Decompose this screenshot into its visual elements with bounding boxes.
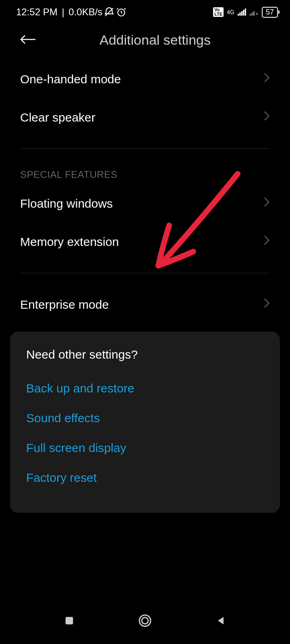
network-label: 4G bbox=[227, 9, 234, 15]
battery-icon: 57 bbox=[262, 7, 278, 18]
chevron-right-icon bbox=[263, 297, 270, 312]
setting-label: Memory extension bbox=[20, 235, 119, 249]
svg-point-12 bbox=[139, 615, 151, 626]
nav-home-button[interactable] bbox=[138, 613, 152, 628]
chevron-right-icon bbox=[263, 72, 270, 86]
battery-level: 57 bbox=[266, 8, 274, 16]
volte-icon: VoLTE bbox=[213, 7, 224, 17]
setting-label: Enterprise mode bbox=[20, 298, 109, 312]
chevron-right-icon bbox=[263, 110, 270, 124]
setting-one-handed-mode[interactable]: One-handed mode bbox=[0, 60, 290, 98]
chevron-right-icon bbox=[263, 196, 270, 211]
page-title: Additional settings bbox=[56, 32, 254, 48]
setting-label: Floating windows bbox=[20, 197, 113, 211]
svg-rect-11 bbox=[66, 617, 73, 625]
nav-recent-button[interactable] bbox=[64, 615, 75, 626]
setting-label: Clear speaker bbox=[20, 111, 95, 124]
divider bbox=[20, 273, 270, 273]
suggestion-factory-reset[interactable]: Factory reset bbox=[26, 463, 264, 493]
header: Additional settings bbox=[0, 24, 290, 60]
status-bar: 12:52 PM | 0.0KB/s VoLTE 4G bbox=[0, 0, 290, 24]
suggestion-full-screen-display[interactable]: Full screen display bbox=[26, 433, 264, 463]
settings-list: One-handed mode Clear speaker SPECIAL FE… bbox=[0, 60, 290, 324]
status-data-rate: 0.0KB/s bbox=[68, 6, 102, 18]
suggestions-title: Need other settings? bbox=[26, 348, 264, 361]
signal-icon-2 bbox=[250, 8, 259, 16]
setting-memory-extension[interactable]: Memory extension bbox=[0, 223, 290, 261]
silent-icon bbox=[104, 7, 114, 17]
divider bbox=[20, 149, 270, 149]
nav-back-button[interactable] bbox=[215, 615, 226, 626]
back-button[interactable] bbox=[20, 34, 36, 47]
svg-rect-6 bbox=[245, 8, 246, 16]
svg-rect-5 bbox=[243, 10, 244, 16]
setting-clear-speaker[interactable]: Clear speaker bbox=[0, 98, 290, 136]
setting-enterprise-mode[interactable]: Enterprise mode bbox=[0, 285, 290, 324]
suggestions-card: Need other settings? Back up and restore… bbox=[10, 332, 280, 513]
svg-point-13 bbox=[142, 617, 148, 624]
svg-rect-3 bbox=[239, 12, 240, 16]
svg-rect-8 bbox=[251, 12, 253, 16]
status-left: 12:52 PM | 0.0KB/s bbox=[16, 6, 126, 18]
chevron-right-icon bbox=[263, 235, 270, 249]
svg-rect-9 bbox=[253, 11, 255, 16]
suggestion-backup-restore[interactable]: Back up and restore bbox=[26, 374, 264, 403]
status-time: 12:52 PM bbox=[16, 6, 58, 18]
status-right: VoLTE 4G 57 bbox=[213, 7, 278, 18]
section-header-special: SPECIAL FEATURES bbox=[0, 161, 290, 184]
setting-floating-windows[interactable]: Floating windows bbox=[0, 184, 290, 223]
nav-bar bbox=[0, 605, 290, 636]
suggestion-sound-effects[interactable]: Sound effects bbox=[26, 403, 264, 433]
signal-icon-1 bbox=[238, 8, 246, 16]
svg-rect-2 bbox=[238, 14, 239, 15]
setting-label: One-handed mode bbox=[20, 72, 121, 86]
svg-rect-4 bbox=[241, 11, 242, 16]
alarm-icon bbox=[116, 7, 126, 17]
svg-rect-7 bbox=[250, 14, 251, 15]
status-separator: | bbox=[59, 6, 67, 18]
